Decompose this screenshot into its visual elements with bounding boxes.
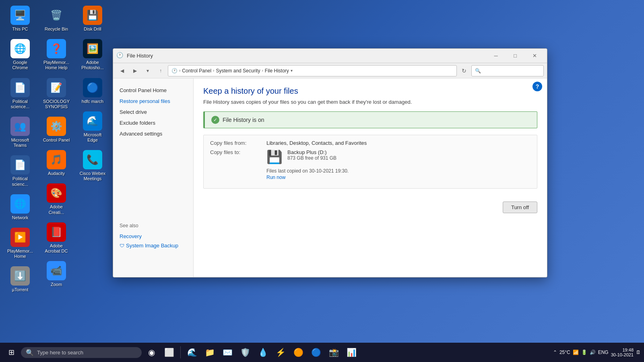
refresh-button[interactable]: ↻ xyxy=(458,65,470,76)
utorrent-icon: ⬇️ xyxy=(10,266,30,286)
maximize-button[interactable]: □ xyxy=(506,49,524,62)
desktop-icon-google-chrome[interactable]: 🌐 Google Chrome xyxy=(4,37,36,72)
search-input[interactable] xyxy=(37,350,137,356)
shield-icon: 🛡 xyxy=(120,243,124,249)
nav-system-image-backup[interactable]: 🛡 System Image Backup xyxy=(113,241,193,250)
main-content: ? Keep a history of your files File Hist… xyxy=(194,78,547,277)
nav-restore-personal-files[interactable]: Restore personal files xyxy=(113,96,193,107)
desktop-icon-adobe-creative[interactable]: 🎨 Adobe Creati... xyxy=(40,182,72,216)
desktop-icon-adobe-acrobat[interactable]: 📕 Adobe Acrobat DC xyxy=(40,221,72,255)
start-button[interactable]: ⊞ xyxy=(3,344,19,360)
microsoft-edge-icon: 🌊 xyxy=(83,111,102,131)
network-icon: 📶 xyxy=(573,350,579,355)
playmemories-help-label: PlayMemor... Home Help xyxy=(42,60,71,70)
desktop-icon-playmemories-help[interactable]: ❓ PlayMemor... Home Help xyxy=(40,37,72,72)
turn-off-button[interactable]: Turn off xyxy=(503,202,537,213)
nav-select-drive[interactable]: Select drive xyxy=(113,107,193,117)
control-panel-icon: ⚙️ xyxy=(47,117,66,136)
hdfc-march-icon: 🔵 xyxy=(83,78,102,97)
nav-control-panel-home[interactable]: Control Panel Home xyxy=(113,85,193,96)
taskbar-teams-icon[interactable]: 📊 xyxy=(343,344,359,360)
search-address-bar[interactable]: 🔍 xyxy=(471,65,544,76)
nav-recovery[interactable]: Recovery xyxy=(113,232,193,241)
status-icon: ✓ xyxy=(211,116,219,124)
taskbar-stylus-icon[interactable]: ⚡ xyxy=(272,344,289,360)
copy-files-to-row: Copy files to: 💾 Backup Plus (D:) 873 GB… xyxy=(210,149,530,165)
window-controls: ─ □ ✕ xyxy=(487,49,544,62)
volume-icon: 🔊 xyxy=(590,350,596,355)
desktop-icon-disk-drill[interactable]: 💾 Disk Drill xyxy=(76,4,109,33)
desktop-icon-political-science-2[interactable]: 📄 Political scienc... xyxy=(4,154,36,188)
address-icon: 🕐 xyxy=(171,68,178,74)
search-icon: 🔍 xyxy=(475,68,481,74)
desktop-icon-zoom[interactable]: 📹 Zoom xyxy=(40,259,72,289)
political-science-2-icon: 📄 xyxy=(10,155,30,175)
addr-control-panel[interactable]: Control Panel xyxy=(182,68,211,74)
battery-icon: 🔋 xyxy=(581,350,587,355)
window-body: Control Panel Home Restore personal file… xyxy=(113,78,547,277)
microsoft-teams-label: Microsoft Teams xyxy=(6,138,35,148)
copy-files-from-label: Copy files from: xyxy=(210,140,266,146)
desktop-icon-utorrent[interactable]: ⬇️ µTorrent xyxy=(4,265,36,294)
political-science-icon: 📄 xyxy=(10,78,30,97)
address-path[interactable]: 🕐 › Control Panel › System and Security … xyxy=(168,65,457,76)
microsoft-teams-icon: 👥 xyxy=(10,117,30,136)
last-copied-text: Files last copied on 30-10-2021 19:30. xyxy=(266,168,349,174)
back-button[interactable]: ◀ xyxy=(116,65,128,76)
sociology-icon: 📝 xyxy=(47,78,66,97)
adobe-acrobat-label: Adobe Acrobat DC xyxy=(42,243,71,254)
content-description: File History saves copies of your files … xyxy=(203,99,537,105)
help-button[interactable]: ? xyxy=(533,82,542,91)
taskbar-clock[interactable]: 19:48 30-10-2021 xyxy=(611,348,634,357)
forward-button[interactable]: ▶ xyxy=(129,65,140,76)
desktop-icon-this-pc[interactable]: 🖥️ This PC xyxy=(4,4,36,33)
info-grid: Copy files from: Libraries, Desktop, Con… xyxy=(203,135,537,189)
desktop-icon-network[interactable]: 🌐 Network xyxy=(4,193,36,222)
desktop-icon-playmemories[interactable]: ▶️ PlayMemor... Home xyxy=(4,226,36,261)
desktop-icon-adobe-photoshop[interactable]: 🖼️ Adobe Photosho... xyxy=(76,37,109,72)
copy-files-from-row: Copy files from: Libraries, Desktop, Con… xyxy=(210,140,530,146)
desktop-icon-recycle-bin[interactable]: 🗑️ Recycle Bin xyxy=(40,4,72,33)
nav-exclude-folders[interactable]: Exclude folders xyxy=(113,117,193,128)
taskbar-explorer-icon[interactable]: 📁 xyxy=(202,344,218,360)
minimize-button[interactable]: ─ xyxy=(487,49,505,62)
desktop-icon-audacity[interactable]: 🎵 Audacity xyxy=(40,148,72,178)
this-pc-label: This PC xyxy=(12,27,28,32)
search-bar[interactable]: 🔍 xyxy=(21,347,142,358)
address-bar: ◀ ▶ ▾ ↑ 🕐 › Control Panel › System and S… xyxy=(113,63,547,78)
cisco-webex-label: Cisco Webex Meetings xyxy=(78,171,107,181)
addr-system-security[interactable]: System and Security xyxy=(216,68,260,74)
window-title-text: File History xyxy=(127,53,487,59)
taskbar-dropbox-icon[interactable]: 💧 xyxy=(255,344,271,360)
up-button[interactable]: ↑ xyxy=(155,65,166,76)
desktop-icon-microsoft-teams[interactable]: 👥 Microsoft Teams xyxy=(4,115,36,150)
taskbar-task-view-icon[interactable]: ⬜ xyxy=(161,344,177,360)
desktop-icon-control-panel[interactable]: ⚙️ Control Panel xyxy=(40,115,72,144)
adobe-photoshop-icon: 🖼️ xyxy=(83,39,102,58)
desktop-icon-cisco-webex[interactable]: 📞 Cisco Webex Meetings xyxy=(76,148,109,183)
see-also-label: See also xyxy=(113,220,193,232)
taskbar-mail-icon[interactable]: ✉️ xyxy=(219,344,235,360)
disk-drill-label: Disk Drill xyxy=(84,27,101,32)
political-science-label: Political science... xyxy=(6,99,35,109)
desktop-icon-political-science[interactable]: 📄 Political science... xyxy=(4,76,36,111)
adobe-acrobat-icon: 📕 xyxy=(47,222,66,242)
recent-button[interactable]: ▾ xyxy=(142,65,153,76)
taskbar-edge-icon[interactable]: 🌊 xyxy=(184,344,200,360)
nav-advanced-settings[interactable]: Advanced settings xyxy=(113,128,193,139)
desktop-icon-hdfc-march[interactable]: 🔵 hdfc march xyxy=(76,76,109,106)
recycle-bin-label: Recycle Bin xyxy=(45,27,68,32)
taskbar-up-arrow[interactable]: ⌃ xyxy=(553,350,557,355)
search-bar-icon: 🔍 xyxy=(26,349,34,356)
taskbar-office-icon[interactable]: 🟠 xyxy=(290,344,306,360)
notifications-icon[interactable]: 🗓 xyxy=(636,350,641,355)
desktop-icon-microsoft-edge[interactable]: 🌊 Microsoft Edge xyxy=(76,110,109,144)
taskbar-cortana-icon[interactable]: ◉ xyxy=(143,344,159,360)
taskbar-chrome-icon[interactable]: 🔵 xyxy=(308,344,324,360)
taskbar-camera-icon[interactable]: 📸 xyxy=(326,344,342,360)
taskbar-antivirus-icon[interactable]: 🛡️ xyxy=(237,344,253,360)
run-now-link[interactable]: Run now xyxy=(266,175,349,180)
addr-file-history[interactable]: File History xyxy=(265,68,289,74)
close-button[interactable]: ✕ xyxy=(525,49,544,62)
desktop-icon-sociology[interactable]: 📝 SOCIOLOGY SYNOPSIS xyxy=(40,76,72,111)
